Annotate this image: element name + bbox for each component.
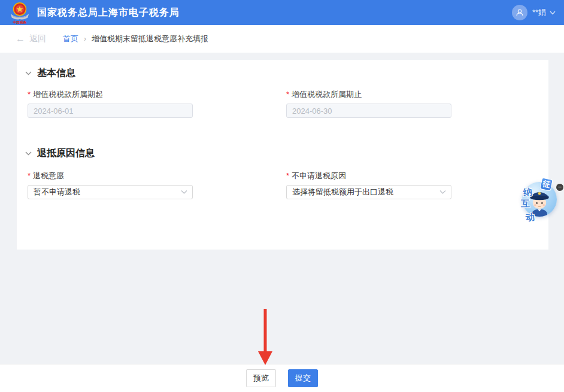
user-menu[interactable]: **娟 <box>512 5 556 20</box>
required-mark: * <box>286 171 289 180</box>
field-no-refund-reason: *不申请退税原因 选择将留抵税额用于出口退税 <box>286 171 451 199</box>
breadcrumb-current: 增值税期末留抵退税意愿补充填报 <box>92 34 208 44</box>
field-refund-willingness: *退税意愿 暂不申请退税 <box>28 171 193 199</box>
assistant-label-na: 纳 <box>523 186 533 199</box>
section-header-basic-info[interactable]: 基本信息 <box>25 67 75 80</box>
arrow-left-icon: ← <box>16 34 25 44</box>
section-title: 基本信息 <box>37 67 75 80</box>
app-header: 中国税务 国家税务总局上海市电子税务局 **娟 <box>0 0 564 25</box>
field-label: *不申请退税原因 <box>286 171 451 180</box>
field-tax-period-start: *增值税税款所属期起 <box>28 90 193 118</box>
breadcrumb-separator: › <box>84 35 86 43</box>
no-refund-reason-select[interactable]: 选择将留抵税额用于出口退税 <box>286 185 451 199</box>
chevron-down-icon <box>439 190 446 195</box>
chevron-down-icon <box>25 151 32 156</box>
field-label: *增值税税款所属期起 <box>28 90 193 99</box>
assistant-minimize-button[interactable]: − <box>556 183 564 192</box>
section-title: 退抵原因信息 <box>37 147 95 160</box>
refund-willingness-select[interactable]: 暂不申请退税 <box>28 185 193 199</box>
assistant-label-dong: 动 <box>525 211 535 223</box>
select-value: 选择将留抵税额用于出口退税 <box>292 187 393 197</box>
footer-action-bar: 预览 提交 <box>0 364 564 392</box>
required-mark: * <box>28 171 31 180</box>
field-label: *退税意愿 <box>28 171 193 180</box>
user-avatar[interactable] <box>512 5 527 20</box>
field-tax-period-end: *增值税税款所属期止 <box>286 90 451 118</box>
section-header-refund-reason[interactable]: 退抵原因信息 <box>25 147 95 160</box>
user-icon <box>515 8 524 17</box>
field-label: *增值税税款所属期止 <box>286 90 451 99</box>
form-card: 基本信息 *增值税税款所属期起 *增值税税款所属期止 退抵原因信息 *退税意愿 … <box>17 60 548 250</box>
back-label: 返回 <box>29 34 46 44</box>
logo-caption: 中国税务 <box>13 20 27 25</box>
breadcrumb: ← 返回 首页 › 增值税期末留抵退税意愿补充填报 <box>0 25 564 53</box>
annotation-arrow-icon <box>257 309 273 365</box>
breadcrumb-home-link[interactable]: 首页 <box>63 34 78 44</box>
chevron-down-icon <box>25 71 32 75</box>
chevron-down-icon <box>181 190 187 195</box>
assistant-label-hu: 互 <box>521 198 530 209</box>
required-mark: * <box>28 90 31 99</box>
chevron-down-icon <box>550 11 556 15</box>
required-mark: * <box>286 90 289 99</box>
app-title: 国家税务总局上海市电子税务局 <box>37 7 180 19</box>
tax-period-end-input <box>286 104 451 118</box>
submit-button[interactable]: 提交 <box>288 369 318 387</box>
tax-assistant-widget[interactable]: 征 纳 互 动 − <box>520 180 564 231</box>
preview-button[interactable]: 预览 <box>246 369 276 387</box>
national-emblem-logo-icon: 中国税务 <box>8 1 31 25</box>
back-button[interactable]: ← 返回 <box>16 34 46 44</box>
user-name: **娟 <box>532 7 546 18</box>
assistant-label-zheng: 征 <box>539 177 553 192</box>
tax-period-start-input <box>28 104 193 118</box>
select-value: 暂不申请退税 <box>34 187 80 197</box>
